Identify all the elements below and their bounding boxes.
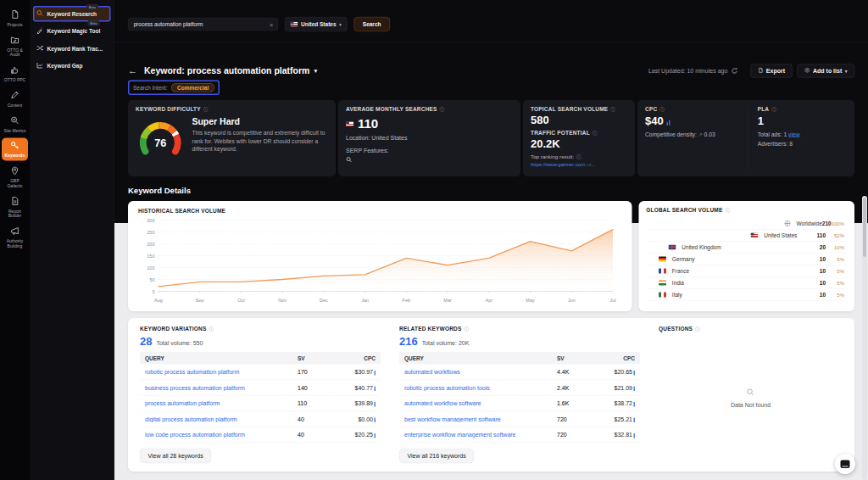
global-volume-list: Worldwide 210 100% United States 110 52% [646, 218, 847, 301]
title-chevron-down-icon[interactable]: ▾ [314, 67, 317, 75]
global-volume-row[interactable]: United Kingdom 20 10% [646, 242, 847, 254]
global-search-volume-title: GLOBAL SEARCH VOLUME [646, 207, 722, 214]
info-icon[interactable]: ⓘ [725, 207, 730, 214]
keyword-link[interactable]: automated workflow software [404, 400, 557, 407]
keyword-link[interactable]: robotic process automation platform [145, 369, 298, 376]
info-icon[interactable]: ⓘ [576, 153, 581, 160]
country-flag-icon [750, 232, 758, 237]
page-scrollbar-track [862, 196, 867, 480]
clear-input-icon[interactable]: × [270, 21, 273, 28]
sidebar-item-label: OTTO PPC [4, 77, 25, 82]
variations-table: QUERY SV CPC robotic process automation … [140, 352, 381, 443]
search-volume-cell: 2.4K [557, 384, 596, 391]
charts-row: HISTORICAL SEARCH VOLUME 050100150200250… [128, 201, 854, 311]
sidebar-item-keywords[interactable]: Keywords [2, 138, 28, 161]
sidebar-item-label: Authority Building [3, 238, 27, 248]
country-name: Italy [672, 292, 820, 299]
page-scrollbar-thumb[interactable] [863, 198, 866, 257]
cpc-header: CPC [337, 355, 376, 362]
view-all-variations-button[interactable]: View all 28 keywords [140, 449, 211, 463]
global-volume-row[interactable]: Germany 10 5% [646, 254, 847, 265]
country-select[interactable]: United States ▾ [285, 17, 347, 31]
sidebar-item-authority-building[interactable]: Authority Building [2, 223, 28, 251]
info-icon[interactable]: ⓘ [695, 326, 700, 332]
page-title: Keyword: process automation platform [144, 66, 309, 76]
search-button[interactable]: Search [353, 17, 390, 31]
chat-button[interactable] [835, 454, 855, 474]
search-icon [36, 10, 43, 19]
svg-text:Jul: Jul [609, 298, 615, 303]
competitive-density-value: 0.03 [704, 131, 715, 138]
global-volume-row[interactable]: Worldwide 210 100% [646, 218, 847, 230]
add-to-list-button[interactable]: Add to list ▾ [798, 64, 854, 78]
top-ranking-result-link[interactable]: https://www.gartner.com › r... [531, 162, 627, 168]
view-ads-link[interactable]: view [788, 131, 800, 138]
keyword-search-input[interactable] [133, 20, 270, 28]
global-volume-row[interactable]: United States 110 52% [646, 230, 847, 242]
info-icon[interactable]: ⓘ [465, 326, 470, 332]
add-to-list-label: Add to list [813, 68, 842, 75]
svg-text:Feb: Feb [403, 298, 410, 303]
country-flag-icon [785, 220, 791, 226]
competitive-density-label: Competitive density: [645, 131, 697, 138]
back-arrow-icon[interactable]: ← [128, 66, 137, 75]
export-label: Export [766, 68, 785, 75]
sidebar-item-content[interactable]: Content [2, 87, 28, 110]
keyword-row: low code process automation platform 40 … [140, 427, 381, 444]
info-icon[interactable]: ⓘ [209, 326, 214, 332]
info-icon[interactable]: ⓘ [203, 106, 209, 113]
info-icon[interactable]: ⓘ [610, 106, 615, 113]
sidebar-item-gbp-galactic[interactable]: GBP Galactic [2, 163, 28, 191]
cpc-value: $30.97 [355, 369, 373, 376]
keyword-link[interactable]: automated workflows [404, 369, 557, 376]
cpc-value: $32.81 [615, 432, 632, 438]
keyword-row: automated workflow software 1.6K $38.72 [399, 396, 640, 412]
keyword-variations-column: KEYWORD VARIATIONSⓘ 28 Total volume: 550… [140, 326, 381, 464]
menu-item-keyword-magic-tool[interactable]: Beta Keyword Magic Tool [33, 24, 111, 40]
global-volume-row[interactable]: Italy 10 5% [646, 289, 847, 301]
export-button[interactable]: Export [750, 64, 792, 78]
info-icon[interactable]: ⓘ [771, 106, 776, 113]
country-volume-value: 20 [820, 244, 826, 251]
menu-item-keyword-gap[interactable]: Keyword Gap [33, 59, 111, 75]
topical-search-volume-card: TOPICAL SEARCH VOLUMEⓘ 580 TRAFFIC POTEN… [523, 100, 635, 176]
related-count: 216 [399, 335, 418, 349]
search-intent-label: Search Intent: [133, 85, 167, 92]
keywords-flyout-menu: Beta Keyword Research Beta Keyword Magic… [30, 0, 114, 480]
traffic-potential-value: 20.2K [531, 137, 627, 151]
avg-monthly-searches-label: AVERAGE MONTHLY SEARCHES [346, 106, 437, 113]
country-flag-icon [668, 244, 676, 249]
menu-item-keyword-research[interactable]: Beta Keyword Research [33, 6, 111, 22]
keyword-link[interactable]: enterprise workflow management software [404, 432, 557, 438]
sv-header: SV [557, 355, 596, 362]
keyword-details-title: Keyword Details [128, 186, 868, 195]
menu-item-label: Keyword Research [47, 11, 97, 18]
sidebar-item-projects[interactable]: Projects [2, 7, 28, 30]
sidebar-item-site-metrics[interactable]: Site Metrics [2, 113, 28, 136]
keyword-link[interactable]: robotic process automation tools [404, 384, 557, 391]
info-icon[interactable]: ⓘ [440, 106, 445, 113]
cpc-cell: $21.09 [596, 384, 635, 391]
difficulty-score: 76 [154, 137, 166, 149]
sidebar-item-otto-ppc[interactable]: OTTO PPC [2, 62, 28, 85]
related-rows: automated workflows 4.4K $20.65 robotic … [399, 365, 640, 444]
sidebar-item-otto-audit[interactable]: OTTO & Audit [2, 32, 28, 60]
sidebar-item-report-builder[interactable]: Report Builder [2, 193, 28, 221]
global-volume-row[interactable]: France 10 5% [646, 265, 847, 277]
country-name: Germany [672, 256, 820, 263]
keyword-link[interactable]: business process automation platform [145, 384, 298, 391]
keyword-link[interactable]: low code process automation platform [145, 432, 298, 438]
info-icon[interactable]: ⓘ [659, 106, 665, 113]
table-header: QUERY SV CPC [140, 352, 381, 365]
keyword-link[interactable]: digital process automation platform [145, 416, 298, 422]
keyword-link[interactable]: process automation platform [145, 400, 298, 407]
view-all-related-button[interactable]: View all 216 keywords [399, 449, 474, 463]
keyword-link[interactable]: best workflow management software [404, 416, 557, 422]
refresh-icon[interactable] [731, 68, 737, 75]
menu-item-keyword-rank-tracker[interactable]: Keyword Rank Trac... [33, 41, 111, 57]
questions-title: QUESTIONS [659, 326, 693, 332]
info-icon[interactable]: ⓘ [593, 130, 598, 137]
global-volume-row[interactable]: India 10 5% [646, 277, 847, 289]
keyword-row: enterprise workflow management software … [399, 427, 640, 444]
total-ads-text: Total ads: 1 [758, 131, 787, 138]
